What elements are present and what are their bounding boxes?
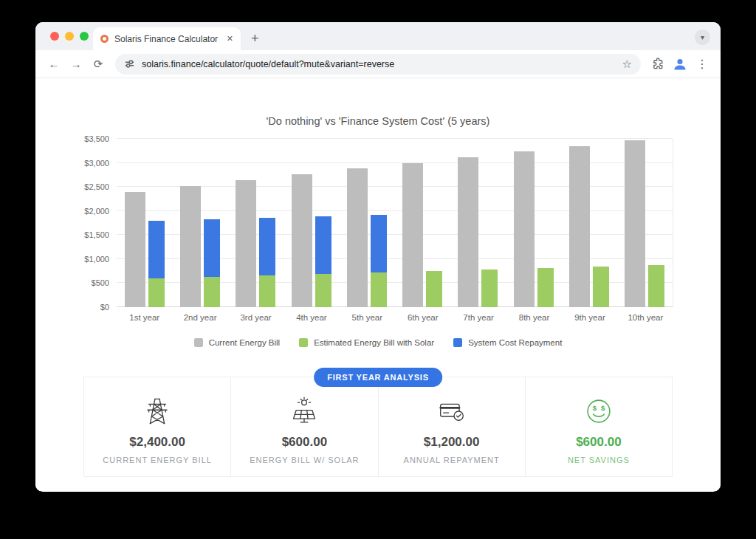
- y-axis-label: $500: [92, 278, 109, 287]
- bar-group: [339, 139, 394, 307]
- tab-search-chevron-icon[interactable]: ▾: [695, 30, 710, 45]
- card-label: ANNUAL REPAYMENT: [379, 456, 525, 464]
- chart-y-axis: $0$500$1,000$1,500$2,000$2,500$3,000$3,5…: [83, 139, 117, 307]
- browser-tab[interactable]: Solaris Finance Calculator ✕: [93, 27, 241, 50]
- legend-item[interactable]: Estimated Energy Bill with Solar: [299, 338, 434, 347]
- bar-group: [117, 139, 172, 307]
- tab-favicon-icon: [100, 35, 109, 43]
- profile-avatar[interactable]: [670, 55, 690, 74]
- tab-title: Solaris Finance Calculator: [114, 34, 221, 44]
- minimize-window-button[interactable]: [65, 32, 74, 41]
- url-bar[interactable]: solaris.finance/calculator/quote/default…: [115, 54, 641, 75]
- system-cost-repayment-bar: [315, 216, 331, 274]
- x-axis-label: 10th year: [618, 313, 673, 322]
- svg-text:$: $: [593, 404, 597, 412]
- current-energy-bill-bar: [625, 140, 645, 307]
- current-energy-bill-bar: [569, 146, 590, 307]
- transmission-tower-icon: [84, 395, 230, 428]
- legend-swatch: [299, 338, 308, 347]
- first-year-badge: FIRST YEAR ANALYSIS: [314, 368, 442, 387]
- x-axis-label: 1st year: [117, 313, 172, 322]
- annual-repayment-card: $1,200.00 ANNUAL REPAYMENT: [379, 377, 526, 476]
- system-cost-repayment-bar: [148, 221, 165, 278]
- bar-group: [617, 139, 673, 307]
- solar-energy-bill-bar: [315, 274, 331, 307]
- current-energy-bill-bar: [180, 186, 201, 307]
- bar-group: [284, 139, 339, 307]
- current-energy-bill-bar: [514, 151, 535, 307]
- x-axis-label: 5th year: [340, 313, 395, 322]
- forward-button[interactable]: →: [66, 55, 86, 74]
- y-axis-label: $2,500: [84, 182, 109, 191]
- bar-group: [172, 139, 227, 307]
- current-energy-bill-bar: [458, 157, 478, 307]
- solar-energy-bill-bar: [204, 277, 220, 307]
- x-axis-label: 7th year: [450, 313, 506, 322]
- x-axis-label: 8th year: [506, 313, 562, 322]
- y-axis-label: $1,000: [84, 255, 109, 264]
- x-axis-label: 9th year: [562, 313, 617, 322]
- solar-energy-bill-bar: [259, 275, 275, 307]
- bookmark-star-icon[interactable]: ☆: [622, 58, 632, 71]
- new-tab-button[interactable]: +: [251, 32, 259, 45]
- chart-legend: Current Energy BillEstimated Energy Bill…: [35, 338, 721, 347]
- x-axis-label: 3rd year: [228, 313, 284, 322]
- card-label: ENERGY BILL W/ SOLAR: [231, 456, 377, 464]
- bar-group: [506, 139, 561, 307]
- legend-item[interactable]: System Cost Repayment: [453, 338, 562, 347]
- solar-panel-icon: [231, 395, 377, 428]
- svg-text:$: $: [601, 404, 605, 412]
- current-energy-bill-bar: [236, 180, 256, 307]
- browser-menu-button[interactable]: ⋮: [693, 55, 712, 74]
- solar-energy-bill-bar: [648, 265, 664, 307]
- money-smile-icon: $ $: [526, 395, 672, 428]
- maximize-window-button[interactable]: [80, 32, 89, 41]
- back-button[interactable]: ←: [44, 55, 63, 74]
- close-window-button[interactable]: [50, 32, 59, 41]
- tab-strip: Solaris Finance Calculator ✕ + ▾: [35, 22, 721, 50]
- chart-plot: [117, 139, 673, 307]
- chart-x-axis: 1st year2nd year3rd year4th year5th year…: [117, 313, 673, 322]
- refresh-button[interactable]: ⟳: [89, 55, 108, 74]
- browser-window: Solaris Finance Calculator ✕ + ▾ ← → ⟳ s…: [35, 22, 721, 492]
- current-energy-bill-bar: [292, 174, 312, 307]
- solar-energy-bill-bar: [426, 271, 442, 307]
- system-cost-repayment-bar: [204, 219, 220, 277]
- url-text[interactable]: solaris.finance/calculator/quote/default…: [142, 59, 616, 69]
- card-label: CURRENT ENERGY BILL: [84, 456, 230, 464]
- legend-label: Current Energy Bill: [209, 338, 281, 347]
- y-axis-label: $2,000: [84, 207, 109, 216]
- solar-energy-bill-bar: [537, 268, 554, 307]
- solar-energy-bill-bar: [148, 278, 165, 307]
- card-amount: $2,400.00: [84, 435, 230, 450]
- y-axis-label: $1,500: [84, 230, 109, 239]
- net-savings-card: $ $ $600.00 NET SAVINGS: [526, 377, 672, 476]
- extensions-icon[interactable]: [648, 55, 667, 74]
- x-axis-label: 4th year: [284, 313, 339, 322]
- site-settings-icon[interactable]: [124, 58, 135, 69]
- bar-chart: $0$500$1,000$1,500$2,000$2,500$3,000$3,5…: [83, 139, 673, 322]
- card-label: NET SAVINGS: [526, 456, 672, 464]
- legend-label: System Cost Repayment: [468, 338, 562, 347]
- current-energy-bill-card: $2,400.00 CURRENT ENERGY BILL: [84, 377, 231, 476]
- page-content: 'Do nothing' vs 'Finance System Cost' (5…: [35, 78, 721, 491]
- y-axis-label: $3,000: [84, 159, 109, 168]
- tab-close-icon[interactable]: ✕: [227, 34, 233, 44]
- first-year-analysis-panel: FIRST YEAR ANALYSIS $2,400.00 CURRENT EN…: [83, 377, 673, 477]
- system-cost-repayment-bar: [259, 218, 275, 275]
- traffic-lights: [50, 32, 89, 41]
- legend-item[interactable]: Current Energy Bill: [194, 338, 281, 347]
- current-energy-bill-bar: [125, 192, 145, 307]
- legend-label: Estimated Energy Bill with Solar: [314, 338, 434, 347]
- y-axis-label: $0: [100, 303, 109, 312]
- card-amount: $600.00: [231, 435, 377, 450]
- current-energy-bill-bar: [402, 163, 423, 307]
- browser-toolbar: ← → ⟳ solaris.finance/calculator/quote/d…: [35, 50, 721, 78]
- chart-title: 'Do nothing' vs 'Finance System Cost' (5…: [35, 78, 721, 127]
- solar-energy-bill-bar: [481, 270, 498, 307]
- bar-group: [394, 139, 450, 307]
- energy-bill-with-solar-card: $600.00 ENERGY BILL W/ SOLAR: [231, 377, 378, 476]
- y-axis-label: $3,500: [84, 134, 109, 143]
- bar-group: [450, 139, 506, 307]
- legend-swatch: [453, 338, 462, 347]
